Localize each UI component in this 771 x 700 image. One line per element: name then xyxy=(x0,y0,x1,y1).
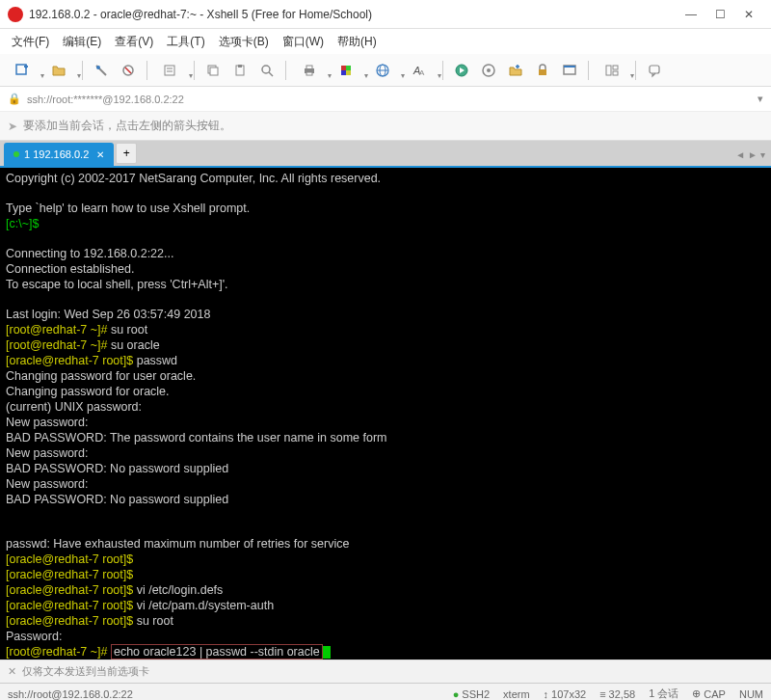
status-num: NUM xyxy=(739,688,763,700)
xagent-button[interactable] xyxy=(477,59,500,82)
svg-text:A: A xyxy=(419,68,425,77)
font-button[interactable]: AA▾ xyxy=(403,59,436,82)
fullscreen-button[interactable] xyxy=(558,59,581,82)
maximize-button[interactable]: ☐ xyxy=(705,0,734,29)
separator xyxy=(146,61,147,80)
tab-session-1[interactable]: 1 192.168.0.2 ✕ xyxy=(4,143,114,166)
svg-rect-30 xyxy=(539,69,546,75)
lock-button[interactable] xyxy=(531,59,554,82)
svg-rect-35 xyxy=(613,71,618,75)
status-term: xterm xyxy=(503,688,530,700)
new-session-button[interactable]: ▾ xyxy=(6,59,39,82)
separator xyxy=(442,61,443,80)
svg-rect-32 xyxy=(564,66,575,67)
app-icon xyxy=(8,7,23,22)
tab-close-icon[interactable]: ✕ xyxy=(96,149,104,160)
copy-button[interactable] xyxy=(201,59,225,82)
menu-tabs[interactable]: 选项卡(B) xyxy=(213,30,275,54)
status-size: ↕107x32 xyxy=(544,688,587,700)
svg-rect-17 xyxy=(306,72,312,75)
close-button[interactable]: ✕ xyxy=(734,0,763,29)
status-sessions: 1 会话 xyxy=(649,687,678,700)
separator xyxy=(194,61,195,80)
print-button[interactable]: ▾ xyxy=(293,59,326,82)
menu-help[interactable]: 帮助(H) xyxy=(332,30,383,54)
titlebar: 192.168.0.2 - oracle@redhat-7:~ - Xshell… xyxy=(0,0,771,29)
cursor xyxy=(323,646,331,659)
status-pos: ≡32,58 xyxy=(599,688,635,700)
add-session-arrow-icon[interactable]: ➤ xyxy=(8,120,17,133)
svg-line-5 xyxy=(125,67,131,73)
properties-button[interactable]: ▾ xyxy=(154,59,187,82)
svg-line-14 xyxy=(269,72,273,76)
send-bar: ✕ 仅将文本发送到当前选项卡 xyxy=(0,660,771,683)
menu-view[interactable]: 查看(V) xyxy=(109,30,159,54)
tab-prev-icon[interactable]: ◄ xyxy=(735,149,745,160)
svg-rect-21 xyxy=(346,70,351,75)
svg-rect-36 xyxy=(650,66,659,73)
help-button[interactable] xyxy=(643,59,666,82)
terminal[interactable]: Copyright (c) 2002-2017 NetSarang Comput… xyxy=(0,168,771,660)
tab-status-dot xyxy=(13,151,19,157)
svg-point-29 xyxy=(487,68,491,72)
reconnect-button[interactable] xyxy=(90,59,113,82)
resize-icon: ↕ xyxy=(544,688,549,700)
window-title: 192.168.0.2 - oracle@redhat-7:~ - Xshell… xyxy=(29,8,677,21)
lock-icon: 🔒 xyxy=(8,93,21,105)
menu-file[interactable]: 文件(F) xyxy=(6,30,55,54)
separator xyxy=(285,61,286,80)
svg-rect-34 xyxy=(613,66,618,69)
find-button[interactable] xyxy=(255,59,279,82)
color-button[interactable]: ▾ xyxy=(330,59,362,82)
disconnect-button[interactable] xyxy=(117,59,140,82)
menu-window[interactable]: 窗口(W) xyxy=(277,30,330,54)
address-text[interactable]: ssh://root:*******@192.168.0.2:22 xyxy=(27,94,184,105)
highlighted-command: echo oracle123 | passwd --stdin oracle xyxy=(111,644,323,660)
minimize-button[interactable]: — xyxy=(677,0,705,29)
separator xyxy=(588,61,589,80)
send-bar-text[interactable]: 仅将文本发送到当前选项卡 xyxy=(22,664,149,679)
status-caps: ⊕CAP xyxy=(692,687,726,700)
layout-button[interactable]: ▾ xyxy=(596,59,628,82)
separator xyxy=(82,61,83,80)
hint-bar: ➤ 要添加当前会话，点击左侧的箭头按钮。 xyxy=(0,112,771,141)
svg-point-3 xyxy=(96,66,100,69)
tab-label: 1 192.168.0.2 xyxy=(24,148,89,160)
address-dropdown[interactable]: ▾ xyxy=(758,93,763,105)
open-button[interactable]: ▾ xyxy=(42,59,75,82)
svg-rect-12 xyxy=(238,65,242,67)
menu-edit[interactable]: 编辑(E) xyxy=(57,30,107,54)
connected-icon: ● xyxy=(453,688,460,700)
menu-tools[interactable]: 工具(T) xyxy=(161,30,210,54)
status-bar: ssh://root@192.168.0.2:22 ●SSH2 xterm ↕1… xyxy=(0,683,771,700)
svg-rect-6 xyxy=(165,66,174,75)
svg-point-13 xyxy=(262,66,270,73)
separator xyxy=(635,61,636,80)
paste-button[interactable] xyxy=(228,59,252,82)
close-send-bar-icon[interactable]: ✕ xyxy=(8,665,16,678)
svg-rect-20 xyxy=(341,70,346,75)
tab-bar: 1 192.168.0.2 ✕ + ◄ ► ▾ xyxy=(0,141,771,168)
svg-rect-19 xyxy=(346,66,351,70)
tab-list-icon[interactable]: ▾ xyxy=(760,149,765,160)
tab-next-icon[interactable]: ► xyxy=(748,149,758,160)
status-ssh: ●SSH2 xyxy=(453,688,490,700)
script-button[interactable] xyxy=(450,59,473,82)
address-bar: 🔒 ssh://root:*******@192.168.0.2:22 ▾ xyxy=(0,87,771,112)
tab-nav: ◄ ► ▾ xyxy=(735,149,765,160)
svg-rect-33 xyxy=(606,66,611,75)
status-url: ssh://root@192.168.0.2:22 xyxy=(8,688,439,700)
xftp-button[interactable] xyxy=(504,59,527,82)
menubar: 文件(F) 编辑(E) 查看(V) 工具(T) 选项卡(B) 窗口(W) 帮助(… xyxy=(0,29,771,54)
toolbar: ▾ ▾ ▾ ▾ ▾ ▾ AA▾ ▾ xyxy=(0,54,771,87)
svg-rect-10 xyxy=(210,67,218,75)
add-tab-button[interactable]: + xyxy=(116,143,137,164)
svg-rect-18 xyxy=(341,66,346,70)
language-button[interactable]: ▾ xyxy=(366,59,399,82)
hint-text: 要添加当前会话，点击左侧的箭头按钮。 xyxy=(23,118,231,134)
